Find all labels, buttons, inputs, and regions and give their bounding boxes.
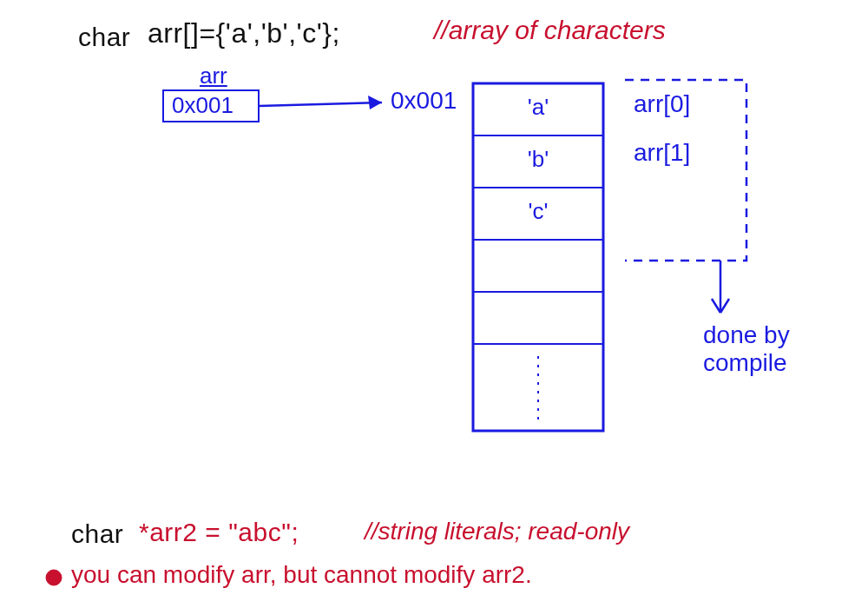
- compiler-note: done by compile: [703, 321, 868, 377]
- comment-string-literals: //string literals; read-only: [365, 518, 629, 545]
- memory-cell-2: 'c': [473, 198, 603, 225]
- pointer-value: 0x001: [172, 92, 233, 119]
- pointer-arrow-line: [259, 102, 382, 106]
- index-label-0: arr[0]: [634, 90, 690, 118]
- index-label-1: arr[1]: [634, 139, 690, 167]
- code-keyword-char-2: char: [71, 519, 123, 549]
- memory-cell-1: 'b': [473, 146, 603, 173]
- target-address: 0x001: [391, 87, 457, 115]
- code-declaration-arr2: *arr2 = "abc";: [139, 518, 299, 547]
- note-modify: you can modify arr, but cannot modify ar…: [71, 561, 532, 589]
- memory-cell-0: 'a': [473, 94, 603, 121]
- pointer-arrow-head: [368, 96, 382, 109]
- memory-grid: [473, 83, 603, 431]
- bullet-icon: [46, 570, 62, 585]
